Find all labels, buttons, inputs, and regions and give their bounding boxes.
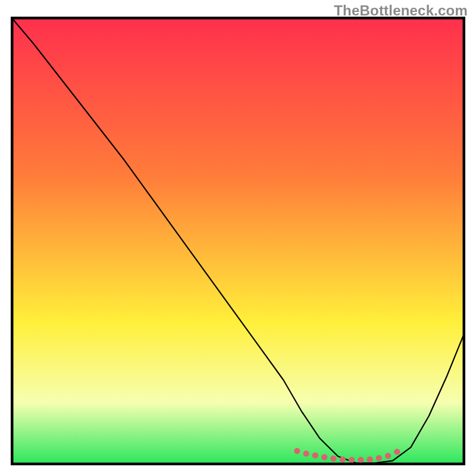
chart-svg xyxy=(11,17,465,465)
marker-dot xyxy=(358,457,364,463)
marker-dot xyxy=(349,457,355,463)
marker-dot xyxy=(385,453,391,459)
marker-dot xyxy=(303,450,309,456)
chart-frame xyxy=(11,17,465,465)
marker-dot xyxy=(321,454,327,460)
marker-dot xyxy=(376,455,382,461)
marker-dot xyxy=(340,456,346,462)
marker-dot xyxy=(312,452,318,458)
marker-dot xyxy=(330,455,336,461)
chart-container: TheBottleneck.com xyxy=(0,0,476,476)
marker-dot xyxy=(394,449,400,455)
marker-dot xyxy=(367,456,372,462)
plot-background xyxy=(11,17,465,465)
marker-dot xyxy=(294,448,300,454)
